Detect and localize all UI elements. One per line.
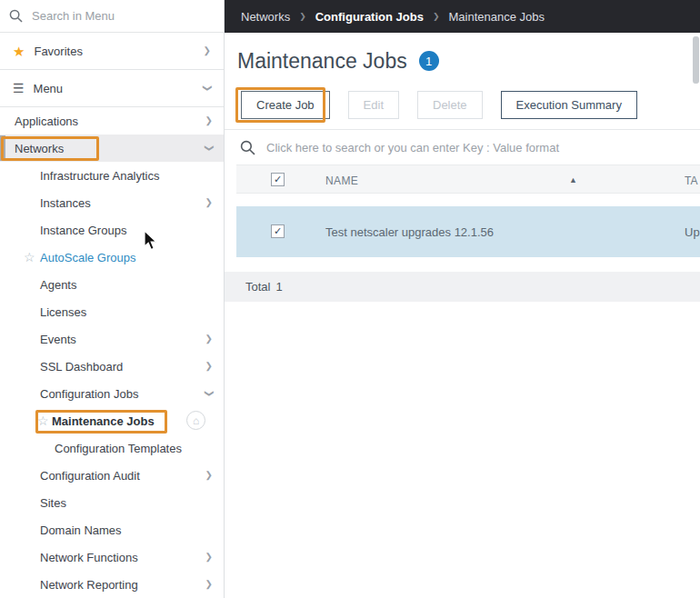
sidebar-item-licenses[interactable]: Licenses: [0, 298, 224, 325]
sidebar-item-instance-groups[interactable]: Instance Groups: [0, 216, 224, 244]
sidebar-item-label: Domain Names: [40, 523, 122, 537]
chevron-down-icon: ❯: [205, 145, 214, 152]
sidebar-menu-header[interactable]: ☰ Menu ❯: [0, 70, 224, 107]
job-ta-cell: Up: [685, 225, 700, 239]
table-search-input[interactable]: [265, 140, 700, 155]
sort-asc-icon[interactable]: ▲: [569, 175, 577, 184]
chevron-right-icon: ❯: [205, 116, 213, 125]
chevron-right-icon: ❯: [205, 553, 213, 562]
menu-icon: ☰: [13, 82, 25, 95]
sidebar-item-networks[interactable]: Networks ❯: [0, 135, 224, 162]
sidebar-item-label: Instances: [40, 196, 91, 210]
sidebar-item-configuration-jobs[interactable]: Configuration Jobs ❯: [0, 380, 224, 407]
sidebar-item-agents[interactable]: Agents: [0, 271, 224, 298]
chevron-right-icon: ❯: [299, 12, 306, 21]
title-row: Maintenance Jobs 1: [225, 33, 700, 75]
search-icon: [9, 9, 23, 23]
active-indicator: [0, 135, 5, 161]
sidebar-item-label: AutoScale Groups: [40, 251, 136, 264]
sidebar-item-ssl-dashboard[interactable]: SSL Dashboard ❯: [0, 353, 224, 380]
table-search: [225, 130, 700, 164]
sidebar-item-label: Licenses: [40, 305, 86, 319]
sidebar-item-label: Infrastructure Analytics: [40, 169, 160, 183]
chevron-right-icon: ❯: [205, 334, 213, 344]
sidebar-item-label: Maintenance Jobs: [52, 414, 155, 428]
sidebar-item-events[interactable]: Events ❯: [0, 325, 224, 353]
sidebar-item-infrastructure-analytics[interactable]: Infrastructure Analytics: [0, 162, 224, 189]
sidebar-item-configuration-audit[interactable]: Configuration Audit ❯: [0, 462, 224, 489]
chevron-down-icon: ❯: [205, 390, 214, 397]
table-header-row: ✓ NAME ▲ TA: [236, 164, 700, 194]
delete-button[interactable]: Delete: [417, 91, 483, 119]
sidebar-item-network-functions[interactable]: Network Functions ❯: [0, 543, 224, 571]
chevron-right-icon: ❯: [433, 12, 440, 21]
menu-label: Menu: [34, 82, 64, 95]
sidebar-item-network-reporting[interactable]: Network Reporting ❯: [0, 571, 224, 598]
execution-summary-button[interactable]: Execution Summary: [501, 91, 637, 119]
breadcrumb: Networks ❯ Configuration Jobs ❯ Maintena…: [225, 0, 700, 33]
sidebar-item-configuration-templates[interactable]: Configuration Templates: [0, 434, 224, 462]
sidebar-item-label: Networks: [15, 142, 64, 155]
row-checkbox[interactable]: ✓: [271, 224, 285, 238]
breadcrumb-maintenance-jobs[interactable]: Maintenance Jobs: [448, 10, 545, 24]
search-input[interactable]: [30, 8, 215, 24]
sidebar-item-maintenance-jobs[interactable]: ☆ Maintenance Jobs ⌂: [0, 407, 224, 434]
column-header-name[interactable]: NAME: [325, 174, 358, 187]
chevron-right-icon: ❯: [205, 362, 213, 371]
jobs-table: ✓ NAME ▲ TA ✓ Test netscaler upgrades 12…: [236, 164, 700, 257]
sidebar-item-label: Sites: [40, 496, 66, 510]
home-glyph: ⌂: [193, 414, 199, 427]
app-window: ★ Favorites ❯ ☰ Menu ❯ Applications ❯ Ne…: [0, 0, 700, 598]
page-title: Maintenance Jobs: [237, 49, 407, 74]
chevron-down-icon: ❯: [203, 85, 212, 92]
sidebar-item-sites[interactable]: Sites: [0, 489, 224, 516]
create-job-button[interactable]: Create Job: [241, 91, 330, 119]
sidebar-item-autoscale-groups[interactable]: ☆ AutoScale Groups: [0, 244, 224, 271]
sidebar-favorites[interactable]: ★ Favorites ❯: [0, 33, 224, 70]
sidebar-item-label: SSL Dashboard: [40, 360, 123, 374]
total-bar: Total 1: [225, 272, 700, 302]
main-content: Maintenance Jobs 1 Create Job Edit Delet…: [225, 33, 700, 598]
column-header-ta[interactable]: TA: [685, 174, 697, 187]
sidebar-item-applications[interactable]: Applications ❯: [0, 107, 224, 135]
breadcrumb-networks[interactable]: Networks: [241, 10, 290, 24]
search-icon: [240, 140, 255, 155]
sidebar-item-label: Configuration Templates: [55, 442, 182, 455]
sidebar-item-label: Instance Groups: [40, 224, 126, 237]
job-name-cell[interactable]: Test netscaler upgrades 12.1.56: [325, 225, 494, 239]
home-icon[interactable]: ⌂: [186, 411, 205, 430]
total-label: Total: [245, 280, 270, 294]
select-all-checkbox[interactable]: ✓: [271, 173, 285, 186]
breadcrumb-configuration-jobs[interactable]: Configuration Jobs: [315, 10, 424, 24]
count-badge: 1: [419, 51, 439, 71]
sidebar-item-label: Network Functions: [40, 551, 138, 564]
sidebar-item-label: Agents: [40, 278, 76, 292]
star-icon: ★: [13, 45, 25, 58]
sidebar-item-label: Events: [40, 333, 76, 346]
sidebar-search: [0, 0, 224, 33]
edit-button[interactable]: Edit: [348, 91, 399, 119]
table-row[interactable]: ✓ Test netscaler upgrades 12.1.56 Up: [236, 206, 700, 257]
vertical-scrollbar[interactable]: [693, 36, 699, 84]
chevron-right-icon: ❯: [205, 580, 213, 589]
sidebar: ★ Favorites ❯ ☰ Menu ❯ Applications ❯ Ne…: [0, 0, 225, 598]
sidebar-item-label: Configuration Audit: [40, 469, 140, 483]
total-value: 1: [275, 280, 282, 294]
star-outline-icon: ☆: [37, 414, 49, 427]
chevron-right-icon: ❯: [204, 46, 211, 55]
sidebar-item-label: Configuration Jobs: [40, 387, 138, 401]
sidebar-item-label: Network Reporting: [40, 578, 138, 592]
sidebar-item-domain-names[interactable]: Domain Names: [0, 516, 224, 543]
chevron-right-icon: ❯: [205, 471, 213, 480]
chevron-right-icon: ❯: [205, 198, 213, 207]
favorites-label: Favorites: [34, 45, 82, 58]
toolbar: Create Job Edit Delete Execution Summary: [225, 91, 700, 119]
star-outline-icon: ☆: [24, 251, 35, 264]
sidebar-item-instances[interactable]: Instances ❯: [0, 189, 224, 216]
check-glyph: ✓: [274, 174, 282, 184]
sidebar-item-label: Applications: [15, 115, 78, 128]
check-glyph: ✓: [274, 225, 282, 236]
